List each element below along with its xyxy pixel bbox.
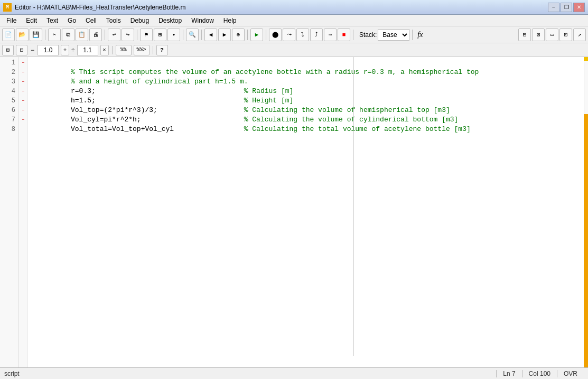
step-out-button[interactable]: ⤴: [310, 29, 323, 41]
ln-label: Ln: [503, 370, 510, 377]
line-numbers: 1 2 3 4 5 6 7 8: [0, 57, 19, 367]
toolbar-sep-7: [266, 30, 266, 40]
menu-edit[interactable]: Edit: [22, 16, 41, 25]
menu-debug[interactable]: Debug: [126, 16, 153, 25]
new-button[interactable]: 📄: [2, 29, 15, 41]
bp-8[interactable]: [19, 125, 27, 134]
bp-3[interactable]: –: [19, 77, 27, 87]
open-button[interactable]: 📂: [16, 29, 29, 41]
cell-to-input[interactable]: [77, 45, 98, 55]
layout1-button[interactable]: ▭: [546, 29, 558, 41]
vertical-split-line: [353, 57, 354, 356]
maximize-button[interactable]: ↗: [573, 29, 586, 41]
copy-button[interactable]: ⧉: [62, 29, 74, 41]
close-button[interactable]: ✕: [573, 3, 585, 12]
title-bar: M Editor - H:\MATLAB\M-Files_HeatTransfe…: [0, 0, 588, 15]
menu-window[interactable]: Window: [187, 16, 218, 25]
menu-tools[interactable]: Tools: [102, 16, 125, 25]
toolbar-sep-3: [137, 30, 137, 40]
cell-sep-1: [112, 46, 113, 54]
bp-4[interactable]: –: [19, 87, 27, 96]
code-line-7-code: Vol_total=Vol_top+Vol_cyl: [54, 125, 244, 133]
print-button[interactable]: 🖨: [89, 29, 102, 41]
menu-desktop[interactable]: Desktop: [154, 16, 186, 25]
find-button[interactable]: 🔍: [186, 29, 199, 41]
bookmark-2: [584, 114, 588, 367]
cell-pct-btn[interactable]: %%: [116, 45, 132, 55]
menu-go[interactable]: Go: [63, 16, 80, 25]
step-button[interactable]: ⤳: [283, 29, 295, 41]
split-v-button[interactable]: ⊠: [532, 29, 545, 41]
split-h-button[interactable]: ⊟: [518, 29, 531, 41]
bp-2[interactable]: –: [19, 68, 27, 77]
cell-btn-2[interactable]: ⊟: [16, 45, 27, 55]
ovr-label: OVR: [564, 370, 577, 377]
run-button[interactable]: ▶: [250, 29, 263, 41]
code-line-1: % This script computes the volume of an …: [30, 58, 584, 68]
more-button[interactable]: ▾: [167, 29, 180, 41]
bp-6[interactable]: –: [19, 106, 27, 115]
back-button[interactable]: ◀: [204, 29, 217, 41]
col-value: 100: [540, 370, 550, 377]
stack-select[interactable]: Base: [378, 29, 409, 41]
bp-7[interactable]: –: [19, 115, 27, 125]
app-icon: M: [3, 3, 12, 12]
line-num-6: 6: [0, 106, 18, 115]
step-in-button[interactable]: ⤵: [296, 29, 309, 41]
compare-button[interactable]: ⊞: [154, 29, 166, 41]
cell-toolbar: ⊞ ⊟ − + ÷ × %% %%> ?: [0, 43, 588, 57]
cell-plus-btn[interactable]: +: [61, 45, 69, 55]
window-title: Editor - H:\MATLAB\M-Files_HeatTransfer\…: [15, 4, 548, 11]
goto-button[interactable]: ⊕: [232, 29, 245, 41]
line-num-7: 7: [0, 115, 18, 125]
toolbar-sep-4: [183, 30, 183, 40]
code-editor[interactable]: % This script computes the volume of an …: [27, 57, 584, 367]
continue-button[interactable]: ⇒: [324, 29, 337, 41]
undo-button[interactable]: ↩: [108, 29, 120, 41]
ln-value: 7: [512, 370, 516, 377]
bp-1[interactable]: –: [19, 58, 27, 68]
line-num-1: 1: [0, 58, 18, 68]
breakpoint-button[interactable]: ⬤: [269, 29, 282, 41]
editor-container: 1 2 3 4 5 6 7 8 – – – – – – – % This scr…: [0, 57, 588, 367]
cell-divide-icon: ÷: [71, 46, 75, 54]
menu-cell[interactable]: Cell: [81, 16, 101, 25]
cell-help-btn[interactable]: ?: [156, 45, 168, 55]
redo-button[interactable]: ↪: [122, 29, 134, 41]
status-ln: Ln 7: [496, 370, 521, 377]
toolbar-sep-6: [247, 30, 248, 40]
code-line-4-code: h=1.5;: [54, 97, 244, 105]
layout2-button[interactable]: ⊡: [559, 29, 572, 41]
stack-label: Stack:: [359, 31, 377, 39]
code-line-4-comment: % Height [m]: [244, 97, 294, 105]
menu-text[interactable]: Text: [42, 16, 62, 25]
toolbar-sep-1: [45, 30, 45, 40]
status-col: Col 100: [522, 370, 557, 377]
menu-bar: File Edit Text Go Cell Tools Debug Deskt…: [0, 15, 588, 26]
toggle-button[interactable]: ⚑: [140, 29, 153, 41]
cell-from-input[interactable]: [38, 45, 59, 55]
fx-label: fx: [417, 31, 423, 39]
code-line-6-comment: % Calculating the volume of cylinderical…: [244, 116, 459, 124]
code-line-7-comment: % Calculating the total volume of acetyl…: [244, 125, 471, 133]
cut-button[interactable]: ✂: [48, 29, 61, 41]
forward-button[interactable]: ▶: [218, 29, 231, 41]
toolbar-sep-2: [105, 30, 105, 40]
menu-file[interactable]: File: [2, 16, 21, 25]
restore-button[interactable]: ❐: [561, 3, 572, 12]
paste-button[interactable]: 📋: [76, 29, 88, 41]
menu-help[interactable]: Help: [219, 16, 241, 25]
code-line-5-comment: % Calculating the volume of hemispherica…: [244, 106, 450, 114]
cell-x-btn[interactable]: ×: [100, 45, 109, 55]
line-num-5: 5: [0, 96, 18, 106]
code-line-1-comment: % This script computes the volume of an …: [54, 68, 479, 76]
breakpoint-column[interactable]: – – – – – – –: [19, 57, 27, 367]
cell-btn-1[interactable]: ⊞: [2, 45, 14, 55]
cell-minus-icon: −: [31, 46, 34, 54]
minimize-button[interactable]: −: [548, 3, 559, 12]
cell-end-btn[interactable]: %%>: [134, 45, 150, 55]
save-button[interactable]: 💾: [30, 29, 42, 41]
code-line-2-comment: % and a height of cylindrical part h=1.5…: [54, 78, 248, 86]
bp-5[interactable]: –: [19, 96, 27, 106]
stop-button[interactable]: ■: [338, 29, 350, 41]
